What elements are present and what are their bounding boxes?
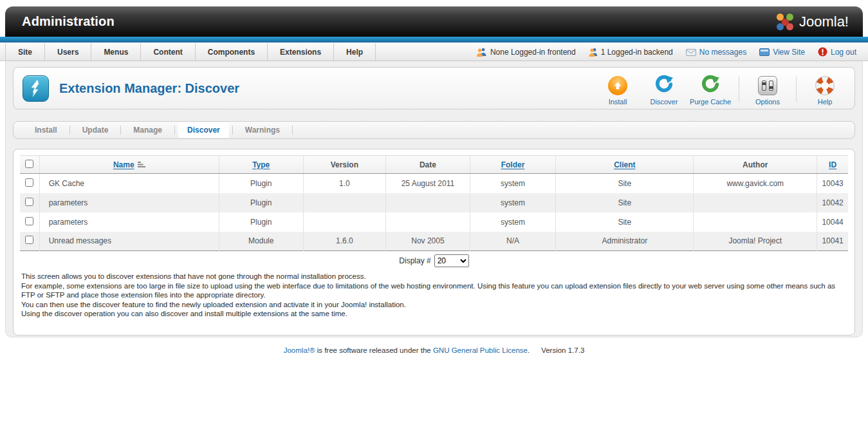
cell-folder: system [470,212,556,232]
table-row: parameters Plugin system Site 10044 [20,212,848,232]
row-checkbox[interactable] [25,198,33,206]
status-messages-label: No messages [699,48,746,57]
column-header-folder: Folder [470,156,556,174]
cell-name: Unread messages [39,232,219,251]
cell-folder: system [470,174,556,193]
tab-install[interactable]: Install [26,122,66,138]
description-line: Using the discover operation you can als… [21,309,847,319]
tab-separator [292,126,293,135]
row-checkbox[interactable] [25,178,33,187]
pagination-bar: Display # 20 [20,251,848,270]
table-row: parameters Plugin system Site 10042 [20,193,848,212]
menu-item-components[interactable]: Components [196,43,268,61]
table-header-row: Name Type Version Date Folder Client Aut… [20,156,848,174]
row-select-cell [20,212,39,232]
purge-cache-button-label: Purge Cache [687,98,734,106]
column-header-name-link[interactable]: Name [113,160,134,169]
cell-id: 10044 [817,212,848,232]
sliders-icon [758,76,777,95]
cell-folder: N/A [470,232,556,251]
cell-type: Module [219,232,303,251]
footer-text: is free software released under the [315,346,432,354]
menu-item-users[interactable]: Users [45,43,91,61]
status-backend-users: 1 Logged-in backend [589,48,673,57]
row-select-cell [20,193,39,212]
tab-manage[interactable]: Manage [124,122,171,138]
cell-name: GK Cache [39,174,219,193]
row-checkbox[interactable] [25,236,33,244]
column-header-type-link[interactable]: Type [252,160,270,169]
discover-button-label: Discover [641,98,687,106]
status-messages[interactable]: No messages [686,48,746,57]
column-header-client-link[interactable]: Client [614,160,635,169]
cell-version: 1.6.0 [303,232,386,251]
status-logout[interactable]: Log out [818,47,856,57]
tab-separator [232,126,233,135]
purge-cache-button[interactable]: Purge Cache [687,75,734,106]
options-button[interactable]: Options [744,75,791,106]
cell-type: Plugin [219,193,303,212]
menu-item-content[interactable]: Content [141,43,195,61]
admin-header: Administration Joomla! [5,6,863,37]
status-view-site-label: View Site [773,48,805,57]
menu-item-help[interactable]: Help [334,43,376,61]
content-panel: Name Type Version Date Folder Client Aut… [13,149,855,335]
page-background [0,0,868,6]
column-header-folder-link[interactable]: Folder [501,160,525,169]
lifebuoy-icon [815,76,835,95]
joomla-logo: Joomla! [775,12,849,32]
cell-id: 10043 [817,174,848,193]
tab-warnings[interactable]: Warnings [236,122,289,138]
cell-name: parameters [39,193,219,212]
messages-icon [686,48,696,56]
users-backend-icon [589,48,598,57]
footer: Joomla!® is free software released under… [0,346,868,354]
select-all-header [20,156,39,174]
status-logout-label: Log out [831,48,856,57]
toolbar-separator [796,77,797,102]
footer-version: Version 1.7.3 [541,346,584,354]
status-backend-label: 1 Logged-in backend [601,48,673,57]
row-select-cell [20,232,39,251]
tab-separator [120,126,121,135]
install-button[interactable]: Install [595,75,641,106]
cell-author: www.gavick.com [694,174,817,193]
column-header-id-link[interactable]: ID [829,160,836,169]
cell-author: Joomla! Project [694,232,817,251]
row-select-cell [20,174,39,193]
menu-item-menus[interactable]: Menus [91,43,141,61]
tab-separator [69,126,70,135]
column-header-client: Client [556,156,694,174]
column-header-version: Version [303,156,386,174]
row-checkbox[interactable] [25,217,33,225]
help-button[interactable]: Help [802,75,848,106]
admin-title: Administration [22,14,115,29]
cell-version: 1.0 [303,174,386,193]
cell-date: 25 August 2011 [386,174,470,193]
discover-button[interactable]: Discover [641,75,687,106]
cell-version [303,212,386,232]
display-limit-select[interactable]: 20 [434,254,469,267]
status-frontend-label: None Logged-in frontend [490,48,576,57]
tab-discover[interactable]: Discover [178,122,229,138]
options-button-label: Options [744,98,791,106]
description-line: You can then use the discover feature to… [21,300,847,310]
tab-update[interactable]: Update [73,122,118,138]
description-text: This screen allows you to discover exten… [20,270,848,319]
gpl-license-link[interactable]: GNU General Public License [433,346,528,354]
users-frontend-icon [476,48,487,57]
menubar: Site Users Menus Content Components Exte… [0,43,868,61]
menu-item-site[interactable]: Site [5,43,45,61]
status-view-site[interactable]: View Site [759,48,805,57]
table-row: GK Cache Plugin 1.0 25 August 2011 syste… [20,174,848,193]
menu-item-extensions[interactable]: Extensions [268,43,334,61]
status-bar: None Logged-in frontend 1 Logged-in back… [476,43,868,61]
accent-strip [0,37,868,43]
description-line: For example, some extensions are too lar… [21,281,847,300]
cell-id: 10042 [817,193,848,212]
sort-asc-icon [137,161,145,168]
joomla-footer-link[interactable]: Joomla!® [284,346,315,354]
select-all-checkbox[interactable] [25,160,33,168]
column-header-author: Author [694,156,817,174]
extensions-table: Name Type Version Date Folder Client Aut… [20,155,848,251]
